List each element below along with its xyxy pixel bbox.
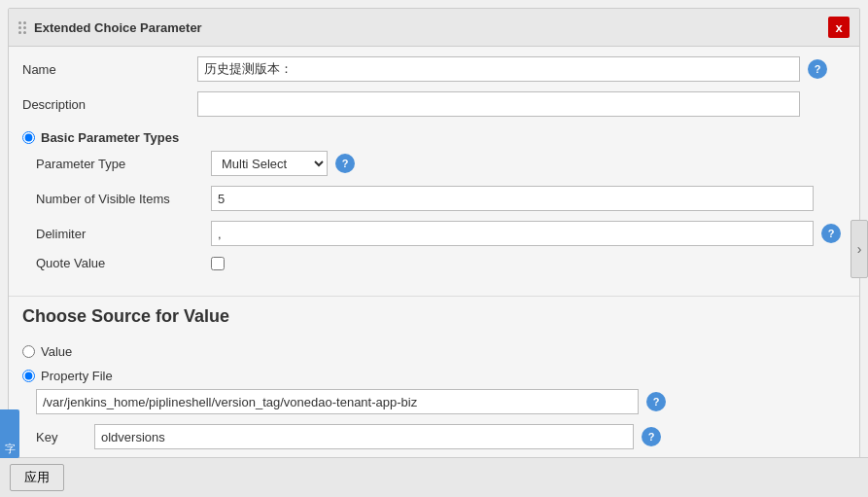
apply-button[interactable]: 应用: [10, 464, 64, 491]
property-file-radio-row: Property File: [22, 365, 846, 389]
delimiter-input[interactable]: [211, 221, 814, 246]
close-button[interactable]: x: [828, 17, 850, 38]
basic-param-label: Basic Parameter Types: [41, 130, 179, 145]
name-input[interactable]: [197, 56, 800, 82]
name-label: Name: [22, 62, 197, 77]
description-label: Description: [22, 97, 197, 112]
parameter-type-row: Parameter Type Select Multi Select Radio…: [36, 151, 846, 176]
property-file-radio-label: Property File: [41, 369, 113, 383]
parameter-type-select[interactable]: Select Multi Select Radio Buttons Check …: [211, 151, 328, 176]
value-radio-row: Value: [22, 340, 846, 365]
value-radio-label: Value: [41, 344, 72, 359]
key-help-icon[interactable]: ?: [642, 427, 661, 446]
panel-content: Name ? Description Basic Parameter Types: [9, 47, 859, 469]
property-file-help-icon[interactable]: ?: [646, 392, 666, 411]
name-row: Name ?: [22, 56, 846, 82]
key-row: Key ?: [36, 424, 846, 449]
basic-param-radio-row: Basic Parameter Types: [22, 126, 846, 151]
name-help-icon[interactable]: ?: [808, 59, 827, 79]
main-container: Extended Choice Parameter x Name ? Descr…: [0, 0, 868, 497]
parameter-type-label: Parameter Type: [36, 157, 211, 171]
panel-title: Extended Choice Parameter: [34, 20, 202, 35]
source-section: Value Property File ? Key ?: [9, 340, 859, 469]
delimiter-label: Delimiter: [36, 227, 211, 241]
description-input[interactable]: [197, 91, 800, 117]
description-row: Description: [22, 91, 846, 117]
property-file-path-row: ?: [36, 389, 846, 414]
quote-value-row: Quote Value: [36, 256, 846, 270]
visible-items-input[interactable]: [211, 186, 814, 211]
source-section-title: Choose Source for Value: [22, 306, 846, 327]
scroll-right-button[interactable]: ›: [851, 220, 868, 278]
basic-param-radio[interactable]: [22, 131, 35, 144]
section-divider: [9, 296, 859, 297]
delimiter-help-icon[interactable]: ?: [821, 224, 841, 243]
side-nav-tab[interactable]: 字: [0, 409, 19, 458]
value-radio[interactable]: [22, 345, 35, 358]
visible-items-label: Number of Visible Items: [36, 192, 211, 206]
quote-value-label: Quote Value: [36, 256, 211, 270]
property-file-radio[interactable]: [22, 370, 35, 382]
form-body: Name ? Description Basic Parameter Types: [9, 47, 859, 290]
parameter-type-help-icon[interactable]: ?: [335, 154, 355, 173]
panel-header-left: Extended Choice Parameter: [18, 20, 202, 35]
drag-handle-icon: [18, 21, 26, 34]
key-input[interactable]: [94, 424, 634, 449]
panel-header: Extended Choice Parameter x: [9, 9, 859, 47]
property-file-path-input[interactable]: [36, 389, 639, 414]
key-label: Key: [36, 430, 94, 444]
bottom-bar: 字 应用: [0, 457, 868, 497]
basic-param-fields: Parameter Type Select Multi Select Radio…: [36, 151, 846, 270]
panel: Extended Choice Parameter x Name ? Descr…: [8, 8, 860, 470]
quote-value-checkbox[interactable]: [211, 257, 225, 270]
visible-items-row: Number of Visible Items: [36, 186, 846, 211]
delimiter-row: Delimiter ?: [36, 221, 846, 246]
